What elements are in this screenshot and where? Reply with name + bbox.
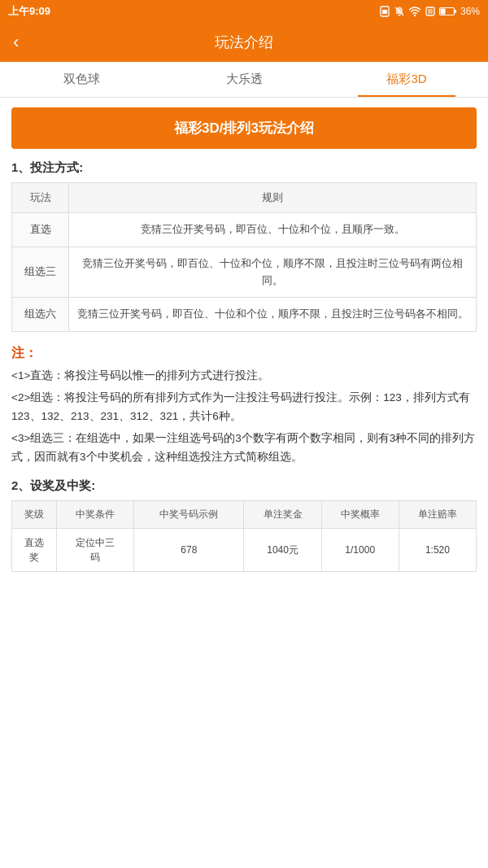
status-bar: 上午9:09 36% [0,0,488,23]
section1-title: 1、投注方式: [11,160,477,176]
battery-icon [439,7,457,16]
col-header-play: 玩法 [12,183,69,213]
note-item-3: <3>组选三：在组选中，如果一注组选号码的3个数字有两个数字相同，则有3种不同的… [11,430,477,467]
svg-rect-7 [440,9,445,15]
tabs-container: 双色球 大乐透 福彩3D [0,62,488,98]
award-col-odds: 中奖概率 [321,501,399,529]
tab-daletou[interactable]: 大乐透 [163,62,325,97]
status-icons: 36% [379,6,480,17]
section2-title: 2、设奖及中奖: [11,478,477,494]
main-content: 福彩3D/排列3玩法介绍 1、投注方式: 玩法 规则 直选 竞猜三位开奖号码，即… [0,98,488,582]
play-method-table: 玩法 规则 直选 竞猜三位开奖号码，即百位、十位和个位，且顺序一致。 组选三 竞… [11,182,477,332]
award-col-example: 中奖号码示例 [134,501,244,529]
svg-rect-4 [428,9,433,14]
award-odds: 1/1000 [321,529,399,572]
svg-rect-6 [455,10,456,13]
play-name-zuoxuansan: 组选三 [12,246,69,298]
table-row: 组选三 竞猜三位开奖号码，即百位、十位和个位，顺序不限，且投注时三位号码有两位相… [12,246,477,298]
play-rule-zuoxuansan: 竞猜三位开奖号码，即百位、十位和个位，顺序不限，且投注时三位号码有两位相同。 [69,246,477,298]
table-row: 组选六 竞猜三位开奖号码，即百位、十位和个位，顺序不限，且投注时三位号码各不相同… [12,298,477,332]
notes-section: 注： <1>直选：将投注号码以惟一的排列方式进行投注。 <2>组选：将投注号码的… [11,342,477,467]
wifi-icon [408,6,421,17]
sim-icon [379,6,390,17]
svg-rect-1 [382,10,387,14]
notes-title: 注： [11,342,477,364]
note-item-2: <2>组选：将投注号码的所有排列方式作为一注投注号码进行投注。示例：123，排列… [11,389,477,426]
play-name-zhixuan: 直选 [12,213,69,247]
award-table-row: 直选奖 定位中三码 678 1040元 1/1000 1:520 [12,529,477,572]
tab-fucai3d[interactable]: 福彩3D [325,62,488,97]
nav-header: ‹ 玩法介绍 [0,23,488,62]
svg-point-2 [414,15,416,16]
play-rule-zhixuan: 竞猜三位开奖号码，即百位、十位和个位，且顺序一致。 [69,213,477,247]
play-name-zuoxuanliu: 组选六 [12,298,69,332]
award-col-condition: 中奖条件 [57,501,134,529]
bell-off-icon [394,6,405,17]
award-table: 奖级 中奖条件 中奖号码示例 单注奖金 中奖概率 单注赔率 直选奖 定位中三码 … [11,500,477,572]
note-item-1: <1>直选：将投注号码以惟一的排列方式进行投注。 [11,367,477,386]
screenshot-icon [425,6,436,17]
tab-shuangseqiu[interactable]: 双色球 [0,62,163,97]
award-level: 直选奖 [12,529,57,572]
battery-percent: 36% [460,6,480,17]
page-title: 玩法介绍 [215,33,273,52]
award-col-level: 奖级 [12,501,57,529]
award-col-prize: 单注奖金 [244,501,321,529]
table-row: 直选 竞猜三位开奖号码，即百位、十位和个位，且顺序一致。 [12,213,477,247]
play-rule-zuoxuanliu: 竞猜三位开奖号码，即百位、十位和个位，顺序不限，且投注时三位号码各不相同。 [69,298,477,332]
award-example: 678 [134,529,244,572]
award-col-payout: 单注赔率 [399,501,476,529]
banner: 福彩3D/排列3玩法介绍 [11,107,477,149]
award-condition: 定位中三码 [57,529,134,572]
award-payout: 1:520 [399,529,476,572]
banner-text: 福彩3D/排列3玩法介绍 [174,120,314,136]
status-time: 上午9:09 [8,4,50,19]
col-header-rule: 规则 [69,183,477,213]
back-button[interactable]: ‹ [13,32,19,53]
award-prize: 1040元 [244,529,321,572]
